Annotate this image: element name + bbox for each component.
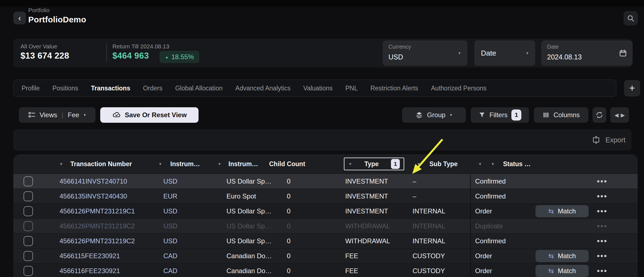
table-row: 4566116FEE230921 CAD Canadian Do… 0 FEE …: [13, 263, 638, 277]
instrument-link[interactable]: CAD: [163, 267, 177, 275]
row-actions-menu[interactable]: •••: [597, 266, 607, 275]
sort-menu-icon[interactable]: ▼: [478, 162, 482, 166]
row-checkbox[interactable]: [24, 266, 33, 276]
tab-global-allocation[interactable]: Global Allocation: [169, 80, 229, 96]
row-checkbox[interactable]: [24, 236, 33, 246]
sort-menu-icon[interactable]: ▼: [491, 162, 495, 166]
refresh-button[interactable]: [593, 107, 606, 123]
transaction-number-link[interactable]: 4566126PMNT231219C1: [60, 207, 135, 215]
match-label: Match: [558, 252, 576, 260]
child-count: 0: [287, 222, 290, 230]
search-icon: [627, 14, 635, 22]
chevron-left-icon: ‹: [18, 13, 21, 23]
layers-icon: [415, 111, 423, 119]
transaction-number-link[interactable]: 4566126PMNT231219C2: [60, 237, 135, 245]
views-selector-button[interactable]: Views | Fee ▼: [19, 107, 96, 123]
row-actions-menu[interactable]: •••: [597, 192, 607, 201]
match-button[interactable]: ⇆ Match: [535, 205, 589, 217]
sub-type-value: INTERNAL: [413, 207, 445, 215]
funnel-icon: [478, 111, 486, 119]
back-button[interactable]: ‹: [13, 12, 26, 24]
export-label: Export: [606, 136, 625, 144]
col-header-status[interactable]: Status …: [503, 160, 531, 168]
col-header-type: Type: [364, 160, 379, 168]
triangle-right-icon: ▶: [621, 112, 625, 118]
sort-menu-icon[interactable]: ▼: [158, 162, 162, 166]
transaction-number-link[interactable]: 4566115FEE230921: [60, 252, 120, 260]
row-checkbox[interactable]: [24, 206, 33, 216]
filters-button[interactable]: Filters 1: [471, 107, 529, 123]
instrument-link[interactable]: USD: [163, 237, 177, 245]
table-row: 4566115FEE230921 CAD Canadian Do… 0 FEE …: [13, 248, 638, 263]
breadcrumb: Portfolio: [28, 7, 50, 14]
currency-select[interactable]: Currency USD ▼: [383, 40, 467, 66]
tab-pnl[interactable]: PNL: [339, 80, 364, 96]
transaction-number-link[interactable]: 4566126PMNT231219C2: [60, 222, 135, 230]
tab-advanced-analytics[interactable]: Advanced Analytics: [229, 80, 297, 96]
row-actions-menu[interactable]: •••: [597, 237, 607, 245]
date-picker-field[interactable]: Date 2024.08.13: [541, 40, 633, 66]
row-actions-menu[interactable]: •••: [597, 177, 607, 186]
transaction-number-link[interactable]: 4566116FEE230921: [60, 267, 120, 275]
chevron-down-icon: ▼: [449, 113, 453, 117]
column-pager-button[interactable]: ◀ ▶: [610, 107, 629, 123]
tab-valuations[interactable]: Valuations: [297, 80, 339, 96]
columns-label: Columns: [553, 111, 580, 119]
chevron-down-icon: ▼: [458, 51, 461, 55]
instrument-link[interactable]: USD: [163, 177, 177, 185]
page-title: PortfolioDemo: [28, 15, 86, 24]
all-over-value-label: All Over Value: [20, 43, 57, 50]
currency-label: Currency: [388, 44, 411, 50]
instrument-name: US Dollar Sp…: [226, 177, 272, 185]
col-header-instrument-name[interactable]: Instrum…: [228, 160, 258, 168]
search-button[interactable]: [624, 11, 638, 25]
row-checkbox[interactable]: [24, 176, 33, 186]
col-header-sub-type[interactable]: Sub Type: [429, 160, 458, 168]
instrument-link[interactable]: USD: [163, 207, 177, 215]
child-count: 0: [287, 207, 290, 215]
col-header-instrument[interactable]: Instrum…: [170, 160, 200, 168]
tab-positions[interactable]: Positions: [46, 80, 84, 96]
save-or-reset-view-button[interactable]: Save Or Reset View: [100, 107, 199, 123]
row-actions-menu[interactable]: •••: [597, 207, 607, 216]
group-button[interactable]: Group ▼: [402, 107, 466, 123]
cloud-check-icon: [112, 111, 121, 119]
instrument-link[interactable]: USD: [163, 222, 177, 230]
instrument-link[interactable]: CAD: [163, 252, 177, 260]
status-value: Order: [475, 252, 492, 260]
export-button[interactable]: Export: [592, 135, 625, 144]
instrument-link[interactable]: EUR: [163, 192, 177, 200]
return-change-badge: ▲ 18.55%: [159, 51, 199, 63]
save-or-reset-label: Save Or Reset View: [125, 111, 187, 119]
transaction-number-link[interactable]: 4566141INVST240710: [60, 177, 127, 185]
match-button[interactable]: ⇆ Match: [535, 265, 589, 277]
row-checkbox[interactable]: [24, 191, 33, 201]
tab-profile[interactable]: Profile: [15, 80, 46, 96]
tab-bar: Profile Positions Transactions Orders Gl…: [13, 80, 616, 97]
date-field-value: 2024.08.13: [547, 53, 582, 61]
filters-label: Filters: [490, 111, 508, 119]
col-header-child-count[interactable]: Child Count: [269, 160, 305, 168]
sort-menu-icon[interactable]: ▼: [218, 162, 221, 166]
tab-orders[interactable]: Orders: [136, 80, 169, 96]
row-checkbox[interactable]: [24, 251, 33, 261]
sort-menu-icon[interactable]: ▼: [59, 162, 63, 166]
export-bar: Export: [13, 129, 632, 151]
columns-button[interactable]: Columns: [534, 107, 588, 123]
type-filter-count-badge: 1: [391, 159, 400, 169]
add-tab-button[interactable]: +: [624, 80, 640, 96]
transaction-number-link[interactable]: 4566135INVST240430: [60, 192, 127, 200]
row-checkbox[interactable]: [24, 221, 33, 231]
row-actions-menu[interactable]: •••: [597, 252, 607, 260]
col-header-transaction-number[interactable]: Transaction Number: [70, 160, 132, 168]
match-button[interactable]: ⇆ Match: [535, 250, 589, 262]
tab-restriction-alerts[interactable]: Restriction Alerts: [364, 80, 425, 96]
window-top-edge: [0, 0, 644, 7]
tab-authorized-persons[interactable]: Authorized Persons: [425, 80, 493, 96]
tab-transactions[interactable]: Transactions: [85, 80, 137, 96]
row-actions-menu[interactable]: •••: [597, 222, 607, 231]
table-row: 4566141INVST240710 USD US Dollar Sp… 0 I…: [13, 174, 638, 189]
col-header-type-filtered[interactable]: ▼ Type 1: [344, 158, 404, 170]
sort-menu-icon[interactable]: ▼: [417, 162, 421, 166]
date-mode-select[interactable]: Date ▼: [474, 40, 535, 66]
